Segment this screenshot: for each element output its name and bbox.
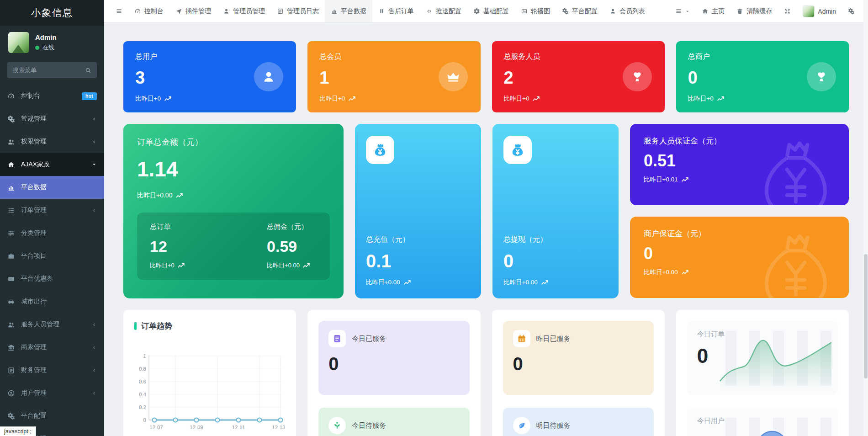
user-icon (261, 69, 276, 84)
avatar (803, 5, 815, 17)
tab-carousel[interactable]: 轮播图 (515, 0, 556, 22)
today-orders-sparkline (717, 327, 831, 388)
title-marker (134, 322, 137, 330)
sidebar-item-coupons[interactable]: 平台优惠券 (0, 267, 104, 290)
user-icon (223, 8, 230, 15)
hamburger-icon (116, 8, 122, 15)
user-name: Admin (35, 33, 57, 41)
x-axis-labels: 12-07 12-09 12-11 12-13 (149, 425, 285, 430)
stat-card-total-merchants[interactable]: 总商户 0 比昨日+0 (676, 41, 849, 112)
browser-status-text: javascript:; (0, 426, 36, 436)
tile-today-users[interactable]: 今日用户 (687, 408, 838, 436)
sidebar-toggle-button[interactable] (110, 0, 128, 22)
tab-platform-config[interactable]: 平台配置 (556, 0, 603, 22)
nav-home[interactable]: 主页 (696, 0, 730, 22)
card-total-recharge[interactable]: 总充值（元） 0.1 比昨日+0.00 (355, 124, 481, 298)
gears-icon (562, 8, 569, 15)
card-staff-deposit[interactable]: 服务人员保证金（元） 0.51 比昨日+0.01 (630, 124, 849, 205)
sliders-icon (7, 229, 15, 237)
tile-today-orders[interactable]: 今日订单 0 (687, 321, 838, 395)
tab-plugins[interactable]: 插件管理 (169, 0, 217, 22)
tab-member-list[interactable]: 会员列表 (603, 0, 651, 22)
user-icon (609, 8, 616, 15)
log-icon (277, 8, 284, 15)
stat-card-total-users[interactable]: 总用户 3 比昨日+0 (123, 41, 296, 112)
trend-up-icon (177, 263, 185, 268)
scrollbar[interactable] (863, 0, 868, 436)
tab-basic-config[interactable]: 基础配置 (467, 0, 515, 22)
nav-menu-dropdown[interactable] (669, 0, 696, 22)
sidebar-item-finance[interactable]: 财务管理 (0, 359, 104, 382)
sidebar-search (7, 62, 97, 78)
chevron-left-icon (92, 322, 97, 327)
today-users-chart (717, 414, 831, 436)
expand-icon (784, 8, 791, 15)
sidebar-item-projects[interactable]: 平台项目 (0, 245, 104, 267)
scrollbar-thumb[interactable] (864, 254, 868, 378)
sidebar-item-console[interactable]: 控制台hot (0, 85, 104, 107)
tile-today-pending[interactable]: 今日待服务 (318, 408, 469, 436)
nav-clear-cache[interactable]: 清除缓存 (730, 0, 778, 22)
sidebar-item-ajax-housekeeping[interactable]: AJAX家政 (0, 153, 104, 176)
nav-user[interactable]: Admin (797, 0, 842, 22)
briefcase-icon (7, 252, 15, 260)
sidebar-item-general[interactable]: 常规管理 (0, 107, 104, 130)
card-total-withdraw[interactable]: 总提现（元） 0 比昨日+0.00 (492, 124, 619, 298)
card-merchant-deposit[interactable]: 商户保证金（元） 0 比昨日+0.00 (630, 217, 849, 298)
tile-yesterday-done[interactable]: 昨日已服务 0 (503, 321, 654, 395)
car-icon (7, 298, 15, 306)
sidebar-item-permissions[interactable]: 权限管理 (0, 130, 104, 153)
heart-award-icon (814, 69, 829, 84)
sidebar-item-categories[interactable]: 分类管理 (0, 222, 104, 245)
trend-up-icon (532, 96, 540, 101)
tab-console[interactable]: 控制台 (128, 0, 169, 22)
sidebar-item-orders[interactable]: 订单管理 (0, 199, 104, 222)
sidebar-item-merchants[interactable]: 商家管理 (0, 336, 104, 359)
svg-text:0.4: 0.4 (139, 392, 147, 397)
trend-up-icon (175, 193, 184, 198)
tab-admin-logs[interactable]: 管理员日志 (271, 0, 325, 22)
home-icon (702, 8, 709, 15)
sidebar: 小象信息 Admin 在线 控制台hot 常规管理 权限管理 AJAX家政 平台… (0, 0, 104, 436)
online-dot-icon (35, 46, 39, 50)
team-icon (7, 321, 15, 329)
tab-push-config[interactable]: 推送配置 (420, 0, 467, 22)
user-circle-icon (7, 389, 15, 397)
order-trend-chart[interactable]: 1 0.8 0.6 0.4 0.2 0 (134, 351, 285, 436)
bar-chart-icon (331, 8, 338, 15)
stat-card-total-staff[interactable]: 总服务人员 2 比昨日+0 (492, 41, 665, 112)
trend-up-icon (681, 270, 689, 275)
stat-card-total-members[interactable]: 总会员 1 比昨日+0 (307, 41, 480, 112)
list-icon (7, 207, 15, 214)
tile-tomorrow-pending[interactable]: 明日待服务 (503, 408, 654, 436)
tab-platform-data[interactable]: 平台数据 (325, 0, 372, 22)
svg-text:12-07: 12-07 (149, 425, 163, 430)
nav-fullscreen[interactable] (778, 0, 797, 22)
avatar[interactable] (8, 32, 29, 53)
sidebar-item-staff[interactable]: 服务人员管理 (0, 313, 104, 336)
sidebar-item-platform-config[interactable]: 平台配置 (0, 404, 104, 427)
search-icon[interactable] (85, 67, 91, 74)
nav-settings[interactable] (842, 0, 861, 22)
tab-aftersale-orders[interactable]: 售后订单 (372, 0, 420, 22)
trend-up-icon (302, 263, 311, 268)
sidebar-item-platform-data[interactable]: 平台数据 (0, 176, 104, 199)
tile-today-done[interactable]: 今日已服务 0 (318, 321, 469, 395)
trend-up-icon (541, 280, 549, 285)
chevron-left-icon (92, 208, 97, 213)
sidebar-item-city-travel[interactable]: 城市出行 (0, 290, 104, 313)
sidebar-menu: 控制台hot 常规管理 权限管理 AJAX家政 平台数据 订单管理 分类管理 平… (0, 85, 104, 436)
trash-icon (736, 8, 743, 15)
trend-up-icon (403, 280, 412, 285)
sidebar-item-users[interactable]: 用户管理 (0, 382, 104, 404)
money-bag-icon (371, 141, 389, 159)
users-icon (7, 138, 15, 146)
chevron-left-icon (92, 139, 97, 144)
today-service-card: 今日已服务 0 今日待服务 (307, 310, 480, 436)
card-order-total-amount[interactable]: 订单总金额（元） 1.14 比昨日+0.00 总订单 12 比昨日+0 总佣金（… (123, 124, 344, 298)
svg-text:12-09: 12-09 (190, 425, 203, 430)
gauge-icon (7, 92, 15, 100)
search-input[interactable] (13, 67, 81, 74)
today-summary-card: 今日订单 0 (676, 310, 849, 436)
tab-admins[interactable]: 管理员管理 (217, 0, 271, 22)
